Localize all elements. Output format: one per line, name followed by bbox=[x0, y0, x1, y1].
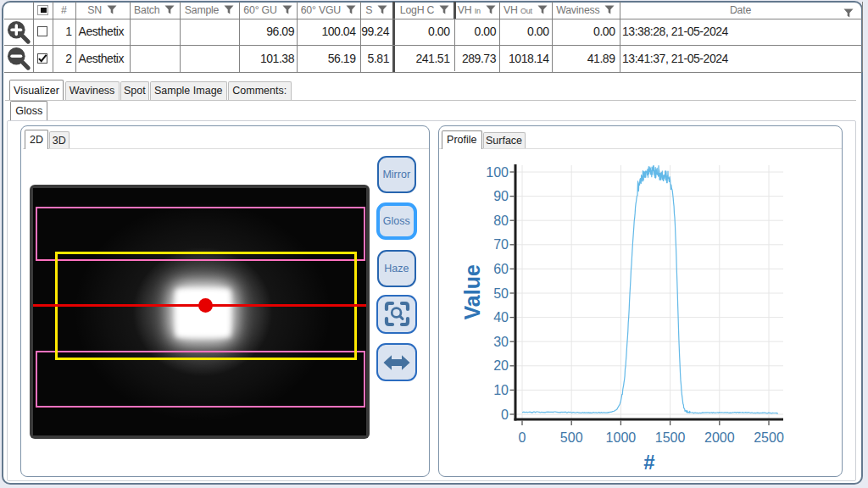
svg-text:60: 60 bbox=[493, 262, 509, 276]
svg-text:80: 80 bbox=[493, 214, 509, 228]
svg-text:100: 100 bbox=[486, 165, 509, 180]
svg-text:30: 30 bbox=[493, 335, 509, 349]
svg-text:1000: 1000 bbox=[606, 430, 637, 445]
svg-text:20: 20 bbox=[493, 358, 509, 373]
svg-text:2500: 2500 bbox=[754, 430, 784, 445]
svg-text:#: # bbox=[643, 451, 654, 474]
svg-text:40: 40 bbox=[493, 310, 509, 324]
svg-text:10: 10 bbox=[493, 383, 509, 397]
svg-text:2000: 2000 bbox=[704, 430, 735, 445]
svg-text:0: 0 bbox=[519, 430, 526, 445]
svg-text:500: 500 bbox=[560, 430, 583, 445]
svg-text:1500: 1500 bbox=[655, 430, 686, 445]
svg-text:70: 70 bbox=[493, 237, 509, 252]
svg-text:Value: Value bbox=[460, 264, 484, 319]
svg-text:50: 50 bbox=[493, 286, 509, 301]
svg-text:90: 90 bbox=[493, 189, 509, 203]
svg-text:0: 0 bbox=[501, 408, 509, 422]
